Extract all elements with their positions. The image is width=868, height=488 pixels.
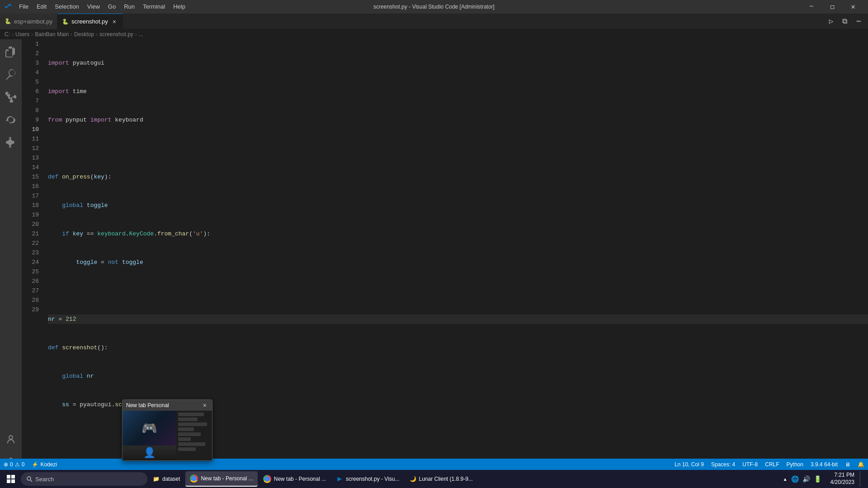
- hover-preview-close-button[interactable]: ×: [201, 402, 208, 409]
- status-kodezi[interactable]: ⚡ Kodezi: [28, 459, 61, 470]
- status-line-ending[interactable]: CRLF: [761, 459, 783, 470]
- menu-go[interactable]: Go: [104, 0, 119, 14]
- taskbar-app-chrome-2[interactable]: New tab - Personal ...: [259, 471, 330, 487]
- error-count: 0: [10, 461, 13, 468]
- menu-selection[interactable]: Selection: [51, 0, 82, 14]
- status-remote-icon[interactable]: 🖥: [841, 459, 854, 470]
- vscode-logo-icon: [5, 3, 12, 10]
- menu-help[interactable]: Help: [170, 0, 189, 14]
- activity-run-debug[interactable]: [0, 109, 22, 131]
- line-num-29: 29: [22, 305, 39, 314]
- close-button[interactable]: ✕: [843, 0, 863, 14]
- code-line-7: if key == keyboard.KeyCode.from_char('u'…: [48, 229, 868, 239]
- breadcrumb-desktop[interactable]: Desktop: [74, 31, 94, 38]
- code-line-11: def screenshot():: [48, 343, 868, 352]
- menu-run[interactable]: Run: [120, 0, 138, 14]
- tab-esp-aimbot[interactable]: 🐍 esp+aimbot.py: [0, 14, 57, 29]
- activity-source-control[interactable]: [0, 86, 22, 108]
- line-num-17: 17: [22, 191, 39, 201]
- breadcrumb-users[interactable]: Users: [15, 31, 29, 38]
- code-line-10: nr = 212: [48, 314, 868, 324]
- hover-preview-content: 🎮 👤: [123, 411, 212, 460]
- menu-view[interactable]: View: [84, 0, 104, 14]
- breadcrumb-drive[interactable]: C:: [5, 31, 10, 38]
- svg-line-5: [31, 480, 33, 482]
- menu-edit[interactable]: Edit: [33, 0, 50, 14]
- chrome-label-2: New tab - Personal ...: [274, 476, 326, 482]
- taskbar-battery-icon[interactable]: 🔋: [814, 475, 821, 483]
- breadcrumb-file[interactable]: screenshot.py: [99, 31, 133, 38]
- run-icon[interactable]: ▷: [826, 16, 836, 27]
- taskbar-app-dataset[interactable]: 📁 dataset: [148, 471, 184, 487]
- breadcrumb-sep-2: ›: [31, 31, 33, 38]
- taskbar-network-icon[interactable]: 🌐: [791, 475, 799, 483]
- taskbar-system-icons: ▲ 🌐 🔊 🔋: [779, 475, 825, 483]
- status-spaces[interactable]: Spaces: 4: [708, 459, 739, 470]
- window-title: screenshot.py - Visual Studio Code [Admi…: [373, 4, 495, 10]
- activity-search[interactable]: [0, 64, 22, 85]
- status-errors[interactable]: ⊗ 0 ⚠ 0: [0, 459, 28, 470]
- breadcrumb-sep-3: ›: [71, 31, 72, 38]
- taskbar-search-placeholder: Search: [35, 476, 54, 483]
- taskbar-up-arrow-icon[interactable]: ▲: [783, 477, 788, 482]
- title-bar: File Edit Selection View Go Run Terminal…: [0, 0, 868, 14]
- breadcrumb-sep-4: ›: [96, 31, 98, 38]
- vscode-icon: ►: [336, 475, 343, 483]
- tab-screenshot-py[interactable]: 🐍 screenshot.py ×: [57, 14, 123, 29]
- menu-file[interactable]: File: [15, 0, 32, 14]
- line-num-20: 20: [22, 220, 39, 229]
- status-notifications[interactable]: 🔔: [854, 459, 868, 470]
- warning-icon: ⚠: [15, 461, 20, 468]
- line-num-24: 24: [22, 258, 39, 267]
- status-position[interactable]: Ln 10, Col 9: [671, 459, 708, 470]
- line-numbers: 1 2 3 4 5 6 7 8 9 10 11 12 13 14 15 16 1…: [22, 39, 43, 477]
- breadcrumb-symbol[interactable]: ...: [139, 31, 143, 38]
- menu-terminal[interactable]: Terminal: [139, 0, 169, 14]
- dataset-label: dataset: [162, 476, 180, 482]
- warning-count: 0: [22, 461, 25, 468]
- svg-rect-3: [11, 479, 15, 483]
- taskbar-app-lunar[interactable]: 🌙 Lunar Client (1.8.9-9...: [405, 471, 477, 487]
- taskbar-app-vscode[interactable]: ► screenshot.py - Visu...: [331, 471, 404, 487]
- code-line-1: import pyautogui: [48, 58, 868, 68]
- code-line-8: toggle = not toggle: [48, 258, 868, 267]
- line-num-2: 2: [22, 49, 39, 58]
- taskbar-clock[interactable]: 7:21 PM 4/20/2023: [827, 472, 858, 486]
- status-encoding[interactable]: UTF-8: [739, 459, 761, 470]
- line-num-10: 10: [22, 125, 39, 134]
- split-editor-icon[interactable]: ⧉: [840, 16, 850, 27]
- status-bar-right: Ln 10, Col 9 Spaces: 4 UTF-8 CRLF Python…: [671, 459, 868, 470]
- tab-inactive-label: esp+aimbot.py: [14, 18, 52, 25]
- tab-active-label: screenshot.py: [71, 18, 108, 25]
- tab-close-button[interactable]: ×: [111, 18, 118, 25]
- taskbar-show-desktop[interactable]: [860, 471, 863, 487]
- code-line-5: def on_press(key):: [48, 172, 868, 182]
- taskbar-search[interactable]: Search: [21, 472, 147, 486]
- restore-button[interactable]: ◻: [822, 0, 843, 14]
- more-actions-icon[interactable]: ⋯: [854, 16, 863, 27]
- status-language[interactable]: Python: [783, 459, 807, 470]
- activity-account[interactable]: [0, 429, 22, 450]
- breadcrumb-sep-5: ›: [135, 31, 137, 38]
- line-num-11: 11: [22, 134, 39, 144]
- kodezi-label: Kodezi: [40, 461, 57, 468]
- line-num-13: 13: [22, 153, 39, 163]
- chrome-icon-1: [190, 474, 198, 483]
- clock-date: 4/20/2023: [830, 479, 854, 486]
- taskbar-sound-icon[interactable]: 🔊: [802, 475, 810, 483]
- preview-code-line-8: [178, 447, 196, 451]
- breadcrumb-bainban[interactable]: BainBan Main: [35, 31, 69, 38]
- taskbar-app-chrome-1[interactable]: New tab - Personal ...: [185, 471, 257, 487]
- activity-explorer[interactable]: [0, 41, 22, 63]
- lunar-label: Lunar Client (1.8.9-9...: [419, 476, 473, 482]
- status-python-version[interactable]: 3.9.4 64-bit: [807, 459, 841, 470]
- minimize-button[interactable]: −: [801, 0, 822, 14]
- line-num-18: 18: [22, 201, 39, 210]
- activity-extensions[interactable]: [0, 131, 22, 153]
- preview-inner: 🎮 👤: [123, 411, 212, 460]
- svg-rect-1: [11, 475, 15, 479]
- taskbar-right: ▲ 🌐 🔊 🔋 7:21 PM 4/20/2023: [779, 471, 866, 487]
- title-bar-menu: File Edit Selection View Go Run Terminal…: [15, 0, 189, 14]
- line-num-23: 23: [22, 248, 39, 258]
- start-button[interactable]: [2, 471, 20, 487]
